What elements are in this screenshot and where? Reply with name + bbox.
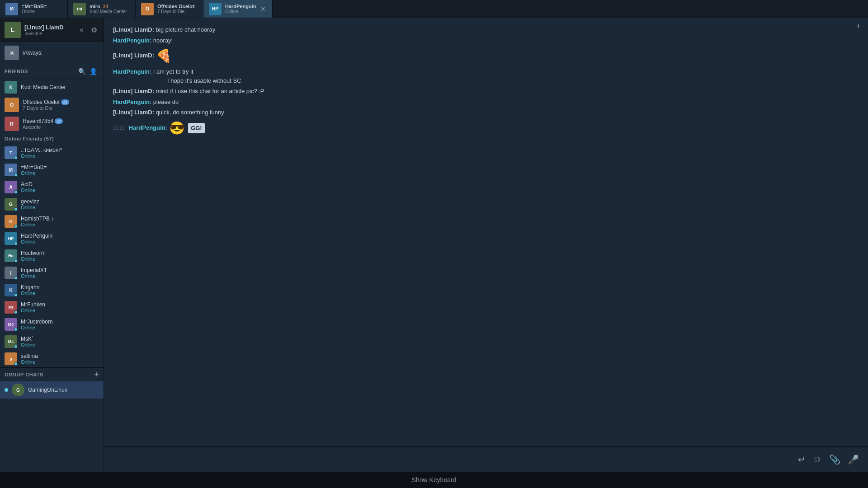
friend-status-raven: Aseprite: [23, 124, 99, 130]
tab-avatar-hardpenguin: HP: [209, 3, 222, 15]
friend-item-saltima[interactable]: s saltima Online: [0, 350, 104, 367]
friend-item-kodi[interactable]: K Kodi Media Center: [0, 79, 104, 95]
friend-info-kodi: Kodi Media Center: [21, 84, 99, 90]
friend-avatar-saltima: s: [5, 352, 17, 365]
friend-avatar-acid: A: [5, 181, 17, 193]
friend-item-imperialxt[interactable]: I ImperialXT Online: [0, 264, 104, 282]
attach-button[interactable]: 📎: [827, 452, 842, 467]
add-chat-button[interactable]: +: [856, 22, 861, 31]
friend-status-hardpenguin-sidebar: Online: [21, 239, 99, 244]
tab-info-miro: miro 24 Kodi Media Center: [90, 4, 130, 14]
tab-avatar-miro: mi: [73, 3, 86, 15]
user-avatar: L: [5, 22, 21, 38]
msg-emoji-pizza: 🍕: [156, 49, 172, 63]
message-text-3: HardPenguin: I am yet to try it: [113, 67, 859, 76]
friend-item-mrfunken[interactable]: Mr MrFunken Online: [0, 299, 104, 316]
message-text-7: 11:21 HardPenguin: 😎 GG!: [113, 119, 859, 138]
add-group-chat-button[interactable]: +: [94, 371, 99, 379]
friend-item-houtworm[interactable]: Ho Houtworm Online: [0, 247, 104, 264]
msg-sender-3: HardPenguin:: [113, 68, 151, 75]
friend-name-hardpenguin-sidebar: HardPenguin: [21, 233, 99, 239]
tab-name-hardpenguin: HardPenguin: [225, 4, 256, 9]
message-row-4: [Linux] LiamD: mind if i use this chat f…: [113, 87, 859, 96]
friend-avatar-raven: R: [5, 117, 19, 131]
msg-sender-4: [Linux] LiamD:: [113, 88, 154, 94]
friend-item-raven[interactable]: R Raven67854 22 Aseprite: [0, 114, 104, 133]
tab-status-miro: Kodi Media Center: [90, 9, 130, 14]
friend-item-hamish[interactable]: H HamishTPB ♪ Online: [0, 213, 104, 230]
pinned-friend[interactable]: iA iAlways:: [0, 42, 104, 64]
sidebar-user-header: L [Linux] LiamD Invisible « ⚙: [0, 18, 104, 42]
friend-info-team: .:TEAM:. кимояi^ Online: [21, 147, 99, 159]
settings-icon[interactable]: ⚙: [89, 24, 99, 36]
msg-content-3: I am yet to try it: [153, 68, 193, 75]
main-layout: L [Linux] LiamD Invisible « ⚙ iA iAlways…: [0, 18, 868, 472]
tab-miro[interactable]: mi miro 24 Kodi Media Center: [68, 0, 136, 18]
friend-avatar-mrbnb: M: [5, 164, 17, 176]
msg-emoji-gg: 😎: [169, 121, 185, 135]
friends-title: FRIENDS: [5, 69, 76, 74]
msg-gg-label: GG!: [188, 123, 205, 134]
friend-avatar-msk: Ms: [5, 335, 17, 348]
message-row-2: [Linux] LiamD: 🍕: [113, 47, 859, 66]
friend-avatar-kodi: K: [5, 81, 17, 94]
message-row-5: HardPenguin: please do: [113, 98, 859, 107]
friend-badge-raven: 22: [55, 118, 63, 124]
friend-info-kirgahn: Kirgahn Online: [21, 284, 99, 296]
friend-item-offsides[interactable]: O Offsides Ocelot 22 7 Days to Die: [0, 95, 104, 114]
friend-name-kirgahn: Kirgahn: [21, 284, 99, 291]
tab-hardpenguin[interactable]: HP HardPenguin Online ✕: [203, 0, 273, 18]
friend-item-acid[interactable]: A AcID Online: [0, 178, 104, 196]
friend-avatar-imperialxt: I: [5, 267, 17, 279]
friend-info-mrfunken: MrFunken Online: [21, 301, 99, 313]
msg-content-0: big picture chat hooray: [156, 26, 216, 33]
message-row-7: 11:21 HardPenguin: 😎 GG!: [113, 119, 859, 138]
show-keyboard-label: Show Keyboard: [412, 476, 457, 483]
friend-avatar-geovizz: G: [5, 198, 17, 211]
voice-button[interactable]: 🎤: [846, 452, 861, 467]
tab-info-mr-bnb: =Mr=BnB= Online: [22, 4, 62, 14]
friend-name-acid: AcID: [21, 181, 99, 188]
friend-item-kirgahn[interactable]: K Kirgahn Online: [0, 282, 104, 299]
friend-avatar-team: T: [5, 146, 17, 159]
friend-avatar-mrfunken: Mr: [5, 301, 17, 314]
message-text-1: HardPenguin: hooray!: [113, 36, 859, 45]
friend-item-geovizz[interactable]: G geovizz Online: [0, 196, 104, 213]
friend-avatar-kirgahn: K: [5, 284, 17, 296]
friend-badge-offsides: 22: [61, 99, 69, 105]
friend-item-mrjustreborn[interactable]: MJ MrJustreborn Online: [0, 316, 104, 333]
group-chats-header[interactable]: GROUP CHATS +: [0, 368, 104, 381]
chat-messages: [Linux] LiamD: big picture chat hooray H…: [104, 18, 868, 446]
tab-mr-bnb[interactable]: M =Mr=BnB= Online: [0, 0, 68, 18]
keyboard-bar[interactable]: Show Keyboard: [0, 472, 868, 488]
friend-item-mrbnb[interactable]: M =Mr=BnB= Online: [0, 161, 104, 178]
collapse-button[interactable]: «: [78, 24, 85, 36]
friend-item-msk[interactable]: Ms MsK` Online: [0, 333, 104, 350]
friend-info-mrbnb: =Mr=BnB= Online: [21, 164, 99, 176]
msg-content-1: hooray!: [153, 37, 173, 44]
tab-avatar-offsides: O: [141, 3, 154, 15]
username: [Linux] LiamD: [24, 24, 74, 31]
friend-name-raven: Raven67854: [23, 118, 53, 124]
friend-name-msk: MsK`: [21, 336, 99, 342]
search-friends-button[interactable]: 🔍: [76, 67, 88, 76]
friend-status-kirgahn: Online: [21, 291, 99, 296]
tab-avatar-mr-bnb: M: [5, 3, 18, 15]
friend-name-offsides: Offsides Ocelot: [23, 99, 60, 105]
friend-avatar-hamish: H: [5, 215, 17, 228]
friend-item-team[interactable]: T .:TEAM:. кимояi^ Online: [0, 144, 104, 161]
add-friend-button[interactable]: 👤: [88, 67, 99, 76]
friend-status-mrbnb: Online: [21, 170, 99, 176]
emoji-button[interactable]: ☺: [811, 452, 824, 466]
message-row-1: HardPenguin: hooray!: [113, 36, 859, 45]
send-button[interactable]: ↵: [796, 452, 807, 467]
friend-status-offsides: 7 Days to Die: [23, 105, 99, 111]
message-row-6: [Linux] LiamD: quick, do something funny: [113, 108, 859, 117]
friend-status-hamish: Online: [21, 222, 99, 227]
tab-offsides[interactable]: O Offsides Ocelot: 7 Days to Die: [136, 0, 203, 18]
group-item-gamingonlinux[interactable]: G GamingOnLinux: [0, 381, 104, 399]
tab-status-mr-bnb: Online: [22, 9, 62, 14]
friend-item-hardpenguin-sidebar[interactable]: HP HardPenguin Online: [0, 230, 104, 247]
tab-close-hardpenguin[interactable]: ✕: [259, 5, 267, 14]
chat-input[interactable]: [111, 456, 793, 463]
